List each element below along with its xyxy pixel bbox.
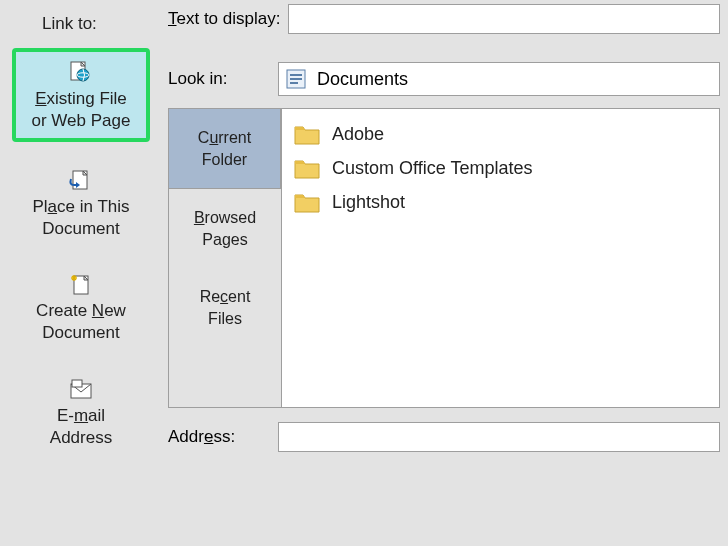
- file-item[interactable]: Custom Office Templates: [292, 151, 709, 185]
- text-to-display-row: Text to display:: [168, 4, 720, 34]
- create-new-icon: [68, 272, 94, 298]
- tab-current-folder[interactable]: Current Folder: [169, 109, 281, 189]
- look-in-label: Look in:: [168, 69, 278, 89]
- browse-area: Current Folder Browsed Pages Recent File…: [168, 108, 720, 408]
- hyperlink-dialog: Link to: Existing File or Web Page: [0, 0, 728, 546]
- svg-rect-17: [290, 78, 302, 80]
- btab1-l2: Pages: [202, 231, 247, 248]
- svg-rect-18: [290, 82, 298, 84]
- documents-folder-icon: [285, 68, 307, 90]
- linkto-opt1-l2: Document: [42, 219, 119, 238]
- file-item[interactable]: Lightshot: [292, 185, 709, 219]
- right-area: Text to display: Look in: Documents: [158, 48, 720, 546]
- linkto-opt3-l1: E-mail: [57, 406, 105, 425]
- file-name: Lightshot: [332, 192, 405, 213]
- linkto-place-in-doc[interactable]: Place in This Document: [12, 160, 150, 246]
- linkto-create-new[interactable]: Create New Document: [12, 264, 150, 350]
- btab1-l1: Browsed: [194, 209, 256, 226]
- tab-browsed-pages[interactable]: Browsed Pages: [169, 189, 281, 268]
- text-to-display-label: Text to display:: [168, 9, 280, 29]
- btab2-l1: Recent: [200, 288, 251, 305]
- folder-icon: [294, 123, 320, 145]
- btab0-l2: Folder: [202, 151, 247, 168]
- browse-tabs: Current Folder Browsed Pages Recent File…: [169, 109, 281, 407]
- linkto-email[interactable]: E-mail Address: [12, 369, 150, 455]
- folder-icon: [294, 157, 320, 179]
- place-in-doc-icon: [68, 168, 94, 194]
- btab2-l2: Files: [208, 310, 242, 327]
- linkto-opt0-l2: or Web Page: [32, 111, 131, 130]
- linkto-opt2-l1: Create New: [36, 301, 126, 320]
- file-list[interactable]: Adobe Custom Office Templates: [281, 109, 719, 407]
- linkto-opt1-l1: Place in This: [32, 197, 129, 216]
- linkto-label: Link to:: [42, 14, 97, 34]
- address-label: Address:: [168, 427, 278, 447]
- look-in-row: Look in: Documents: [168, 62, 720, 96]
- tab-recent-files[interactable]: Recent Files: [169, 268, 281, 347]
- file-name: Custom Office Templates: [332, 158, 532, 179]
- svg-rect-14: [72, 380, 82, 387]
- linkto-opt0-l1: Existing File: [35, 89, 127, 108]
- address-row: Address:: [168, 422, 720, 452]
- linkto-existing-file[interactable]: Existing File or Web Page: [12, 48, 150, 142]
- svg-point-2: [77, 69, 89, 81]
- look-in-value: Documents: [317, 69, 408, 90]
- file-item[interactable]: Adobe: [292, 117, 709, 151]
- text-to-display-input[interactable]: [288, 4, 720, 34]
- linkto-opt3-l2: Address: [50, 428, 112, 447]
- main-area: Existing File or Web Page Place in This …: [0, 48, 728, 546]
- address-input[interactable]: [278, 422, 720, 452]
- folder-icon: [294, 191, 320, 213]
- file-name: Adobe: [332, 124, 384, 145]
- existing-file-icon: [68, 60, 94, 86]
- btab0-l1: Current: [198, 129, 251, 146]
- svg-rect-16: [290, 74, 302, 76]
- linkto-bar: Existing File or Web Page Place in This …: [12, 48, 158, 546]
- look-in-dropdown[interactable]: Documents: [278, 62, 720, 96]
- linkto-opt2-l2: Document: [42, 323, 119, 342]
- email-icon: [68, 377, 94, 403]
